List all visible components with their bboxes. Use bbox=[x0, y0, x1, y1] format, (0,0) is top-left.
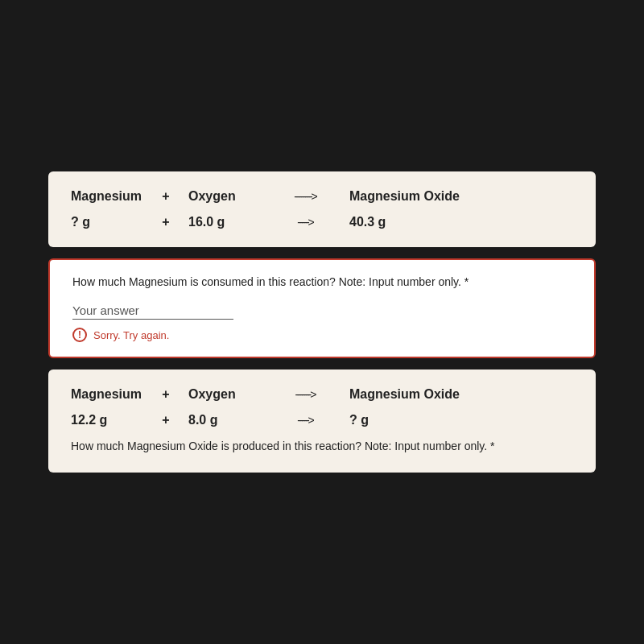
reactant4-val: 8.0 g bbox=[188, 413, 261, 427]
question-text-1: How much Magnesium is consumed in this r… bbox=[72, 275, 572, 291]
arrow-2-val: -----> bbox=[277, 414, 333, 427]
reactant2-label: Oxygen bbox=[188, 189, 261, 204]
equation-row-1-values: ? g + 16.0 g -----> 40.3 g bbox=[71, 215, 573, 229]
reactant1-val: ? g bbox=[71, 215, 143, 229]
screen: Magnesium + Oxygen --------> Magnesium O… bbox=[0, 0, 644, 644]
product2-val: ? g bbox=[349, 413, 446, 427]
reactant3-val: 12.2 g bbox=[71, 413, 143, 427]
equation-card-2: Magnesium + Oxygen -------> Magnesium Ox… bbox=[48, 369, 596, 473]
reactant3-label: Magnesium bbox=[71, 387, 143, 402]
plus-operator-4: + bbox=[159, 413, 172, 427]
question-text-2: How much Magnesium Oxide is produced in … bbox=[71, 439, 573, 455]
error-icon: ! bbox=[72, 328, 87, 342]
arrow-1: --------> bbox=[277, 190, 333, 203]
answer-label[interactable]: Your answer bbox=[72, 303, 233, 320]
reactant2-val: 16.0 g bbox=[188, 215, 261, 229]
equation-row-1-headers: Magnesium + Oxygen --------> Magnesium O… bbox=[71, 189, 573, 204]
content-area: Magnesium + Oxygen --------> Magnesium O… bbox=[48, 171, 596, 472]
reactant4-label: Oxygen bbox=[188, 387, 261, 402]
equation-card-1: Magnesium + Oxygen --------> Magnesium O… bbox=[48, 171, 596, 247]
error-row: ! Sorry. Try again. bbox=[72, 328, 572, 342]
product1-label: Magnesium Oxide bbox=[349, 189, 460, 204]
plus-operator-1: + bbox=[159, 189, 172, 204]
plus-operator-3: + bbox=[159, 387, 172, 402]
plus-operator-2: + bbox=[159, 215, 172, 229]
product1-val: 40.3 g bbox=[349, 215, 446, 229]
arrow-1-val: -----> bbox=[277, 216, 333, 229]
error-text: Sorry. Try again. bbox=[93, 329, 169, 341]
arrow-2: -------> bbox=[277, 388, 333, 401]
equation-row-2-values: 12.2 g + 8.0 g -----> ? g bbox=[71, 413, 573, 427]
equation-row-2-headers: Magnesium + Oxygen -------> Magnesium Ox… bbox=[71, 387, 573, 402]
reactant1-label: Magnesium bbox=[71, 189, 143, 204]
question-card-1: How much Magnesium is consumed in this r… bbox=[48, 258, 596, 358]
product2-label: Magnesium Oxide bbox=[349, 387, 460, 402]
